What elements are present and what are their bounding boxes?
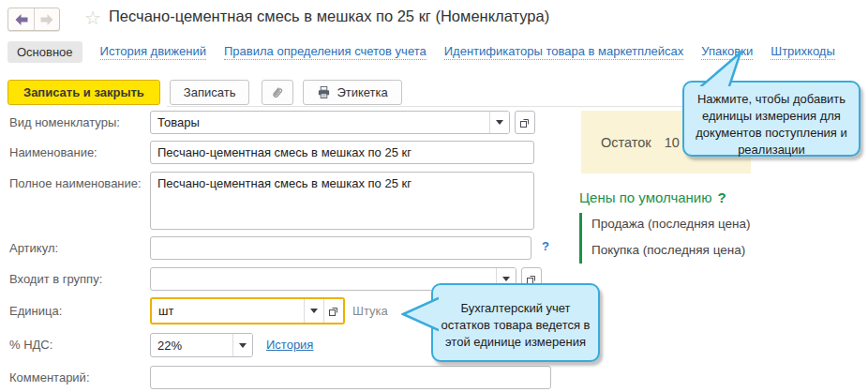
page-title: Песчано-цементная смесь в мешках по 25 к… (109, 8, 549, 25)
kind-dropdown-button[interactable] (489, 112, 509, 133)
vat-history-link[interactable]: История (266, 338, 313, 352)
unit-combobox-highlighted (150, 297, 345, 324)
default-prices-title-text: Цены по умолчанию (579, 189, 711, 205)
prices-help-icon[interactable]: ? (717, 189, 726, 205)
stock-value: 10 (665, 135, 680, 150)
printer-icon (317, 85, 331, 99)
attachments-button[interactable] (262, 80, 293, 105)
forward-button[interactable] (34, 8, 59, 30)
command-bar: Записать и закрыть Записать Этикетка (7, 80, 402, 105)
kind-combobox (150, 111, 510, 134)
article-label: Артикул: (9, 241, 58, 255)
article-input[interactable] (150, 236, 531, 260)
unit-label: Единица: (9, 304, 62, 318)
group-label: Входит в группу: (9, 272, 102, 286)
paperclip-icon (270, 85, 285, 100)
kind-label: Вид номенклатуры: (9, 115, 120, 129)
save-and-close-button[interactable]: Записать и закрыть (7, 80, 160, 105)
unit-tooltip: Бухгалтерский учет остатков товара ведет… (431, 283, 600, 362)
arrow-right-icon (39, 13, 54, 26)
packaging-tooltip-pointer (696, 51, 750, 86)
chevron-down-icon (239, 343, 247, 348)
vat-input[interactable] (151, 334, 232, 356)
name-label: Наименование: (9, 145, 97, 159)
full-name-textarea[interactable]: Песчано-цементная смесь в мешках по 25 к… (150, 172, 534, 230)
nav-history-group (7, 8, 60, 31)
chevron-down-icon (502, 277, 510, 281)
tab-account-rules[interactable]: Правила определения счетов учета (224, 44, 427, 60)
article-help-icon[interactable]: ? (542, 239, 549, 253)
tab-main[interactable]: Основное (7, 41, 82, 63)
open-form-icon (519, 117, 531, 128)
chevron-down-icon (496, 120, 503, 125)
unit-open-button[interactable] (323, 299, 343, 323)
default-prices-title: Цены по умолчанию? (579, 189, 726, 205)
unit-tooltip-pointer (401, 294, 439, 334)
price-item-sale[interactable]: Продажа (последняя цена) (591, 217, 751, 231)
vat-label: % НДС: (9, 338, 52, 352)
nomenclature-card-window: ☆ Песчано-цементная смесь в мешках по 25… (0, 0, 868, 392)
print-label-button-label: Этикетка (337, 85, 387, 99)
name-input[interactable] (150, 141, 534, 164)
tab-movement-history[interactable]: История движений (100, 44, 206, 60)
kind-open-button[interactable] (515, 111, 535, 134)
arrow-left-icon (14, 13, 29, 26)
back-button[interactable] (8, 8, 34, 30)
favorite-star-icon[interactable]: ☆ (84, 7, 101, 29)
unit-input[interactable] (152, 299, 304, 323)
tab-marketplace-ids[interactable]: Идентификаторы товара в маркетплейсах (444, 44, 684, 60)
kind-input[interactable] (151, 112, 489, 133)
prices-accent-bar (579, 213, 582, 264)
full-name-label: Полное наименование: (9, 176, 142, 190)
save-button[interactable]: Записать (170, 80, 250, 105)
print-label-button[interactable]: Этикетка (303, 80, 401, 105)
tab-barcodes[interactable]: Штрихкоды (771, 44, 835, 60)
packaging-tooltip: Нажмите, чтобы добавить единицы измерени… (682, 81, 861, 157)
comment-input[interactable] (150, 366, 551, 389)
comment-label: Комментарий: (9, 370, 90, 384)
chevron-down-icon (310, 309, 318, 313)
unit-dropdown-button[interactable] (304, 299, 323, 323)
unit-hint-text: Штука (352, 304, 388, 318)
vat-dropdown-button[interactable] (232, 334, 252, 356)
open-form-icon (328, 306, 339, 317)
stock-label: Остаток (601, 135, 651, 150)
vat-combobox (150, 333, 253, 357)
price-item-purchase[interactable]: Покупка (последняя цена) (591, 243, 745, 257)
